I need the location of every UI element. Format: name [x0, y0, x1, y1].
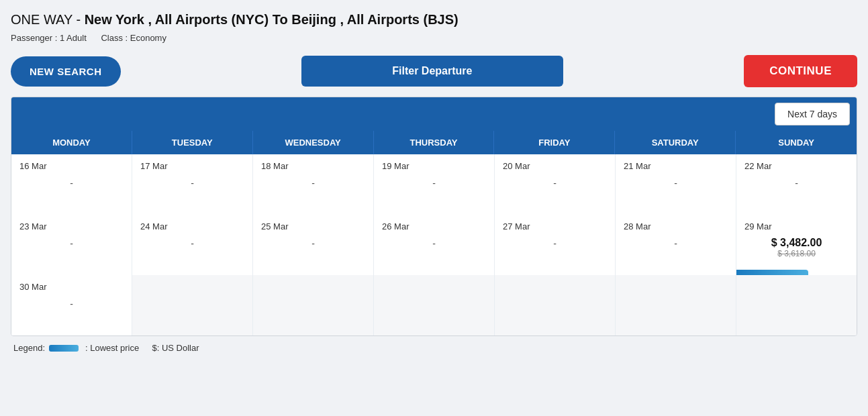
cal-cell-30mar[interactable]: 30 Mar -	[11, 275, 132, 335]
day-header-sunday: SUNDAY	[736, 131, 857, 154]
cal-date: 28 Mar	[624, 221, 728, 231]
calendar-week-3: 30 Mar -	[11, 275, 857, 335]
cal-value: -	[261, 178, 365, 189]
calendar-week-2: 23 Mar - 24 Mar - 25 Mar - 26 Mar - 27 M…	[11, 215, 857, 275]
cal-cell-18mar[interactable]: 18 Mar -	[253, 154, 373, 215]
cal-cell-empty-3	[374, 275, 494, 335]
legend-currency: $: US Dollar	[152, 343, 199, 353]
cal-date: 21 Mar	[624, 161, 728, 171]
cal-cell-17mar[interactable]: 17 Mar -	[132, 154, 252, 215]
cal-cell-empty-2	[253, 275, 373, 335]
cal-date: 29 Mar	[744, 221, 849, 231]
cal-value: -	[19, 299, 124, 309]
cal-cell-25mar[interactable]: 25 Mar -	[253, 215, 373, 275]
cal-date: 26 Mar	[382, 221, 486, 231]
day-header-saturday: SATURDAY	[615, 131, 736, 154]
cal-date: 27 Mar	[503, 221, 607, 231]
day-headers: MONDAY TUESDAY WEDNESDAY THURSDAY FRIDAY…	[11, 131, 857, 154]
cal-cell-empty-5	[616, 275, 736, 335]
cal-value: -	[624, 178, 728, 189]
cal-date: 17 Mar	[140, 161, 244, 171]
cal-cell-empty-1	[132, 275, 252, 335]
page-title: ONE WAY - New York , All Airports (NYC) …	[11, 12, 857, 28]
passenger-info: Passenger : 1 Adult	[11, 33, 87, 43]
cal-value: -	[19, 238, 124, 249]
day-header-tuesday: TUESDAY	[132, 131, 253, 154]
cal-date: 16 Mar	[19, 161, 124, 171]
cal-cell-16mar[interactable]: 16 Mar -	[11, 154, 132, 215]
filter-departure-button[interactable]: Filter Departure	[301, 56, 563, 87]
cal-cell-19mar[interactable]: 19 Mar -	[374, 154, 494, 215]
cal-cell-empty-4	[495, 275, 615, 335]
cal-value: -	[140, 238, 244, 249]
class-info: Class : Economy	[101, 33, 166, 43]
cal-value: -	[382, 238, 486, 249]
cal-date: 20 Mar	[503, 161, 607, 171]
day-header-friday: FRIDAY	[494, 131, 615, 154]
cal-cell-empty-6	[736, 275, 857, 335]
next-7-days-button[interactable]: Next 7 days	[775, 103, 850, 125]
calendar-section: Next 7 days MONDAY TUESDAY WEDNESDAY THU…	[11, 97, 857, 336]
cal-value: -	[261, 238, 365, 249]
cal-price: $ 3,482.00	[744, 237, 849, 249]
legend-lowest-price: : Lowest price	[85, 343, 139, 353]
cal-cell-21mar[interactable]: 21 Mar -	[616, 154, 736, 215]
cal-value: -	[140, 178, 244, 189]
day-header-monday: MONDAY	[11, 131, 132, 154]
cal-cell-29mar[interactable]: 29 Mar $ 3,482.00 $ 3,618.00	[736, 215, 857, 275]
cal-value: -	[503, 178, 607, 189]
cal-date: 19 Mar	[382, 161, 486, 171]
cal-cell-20mar[interactable]: 20 Mar -	[495, 154, 615, 215]
title-prefix: ONE WAY -	[11, 12, 85, 27]
day-header-thursday: THURSDAY	[374, 131, 495, 154]
cal-cell-23mar[interactable]: 23 Mar -	[11, 215, 132, 275]
legend-bar-icon	[49, 345, 79, 352]
title-route: New York , All Airports (NYC) To Beijing…	[85, 12, 459, 27]
cal-value: -	[503, 238, 607, 249]
cal-date: 23 Mar	[19, 221, 124, 231]
toolbar: NEW SEARCH Filter Departure CONTINUE	[11, 55, 857, 87]
new-search-button[interactable]: NEW SEARCH	[11, 56, 121, 87]
continue-button[interactable]: CONTINUE	[744, 55, 857, 87]
cal-value: -	[744, 178, 849, 189]
cal-cell-24mar[interactable]: 24 Mar -	[132, 215, 252, 275]
legend-label: Legend:	[13, 343, 45, 353]
calendar-week-1: 16 Mar - 17 Mar - 18 Mar - 19 Mar - 20 M…	[11, 154, 857, 215]
calendar-header-bar: Next 7 days	[11, 97, 857, 131]
day-header-wednesday: WEDNESDAY	[253, 131, 374, 154]
cal-cell-26mar[interactable]: 26 Mar -	[374, 215, 494, 275]
cal-date: 24 Mar	[140, 221, 244, 231]
cal-value: -	[624, 238, 728, 249]
cal-cell-28mar[interactable]: 28 Mar -	[616, 215, 736, 275]
price-bar-indicator	[736, 270, 808, 275]
legend-row: Legend: : Lowest price $: US Dollar	[11, 336, 857, 356]
cal-date: 18 Mar	[261, 161, 365, 171]
header-sub: Passenger : 1 Adult Class : Economy	[11, 33, 857, 43]
cal-date: 30 Mar	[19, 282, 124, 292]
cal-date: 25 Mar	[261, 221, 365, 231]
cal-date: 22 Mar	[744, 161, 849, 171]
cal-value: -	[19, 178, 124, 189]
cal-value: -	[382, 178, 486, 189]
cal-price-strike: $ 3,618.00	[744, 249, 849, 258]
cal-cell-27mar[interactable]: 27 Mar -	[495, 215, 615, 275]
cal-cell-22mar[interactable]: 22 Mar -	[736, 154, 857, 215]
